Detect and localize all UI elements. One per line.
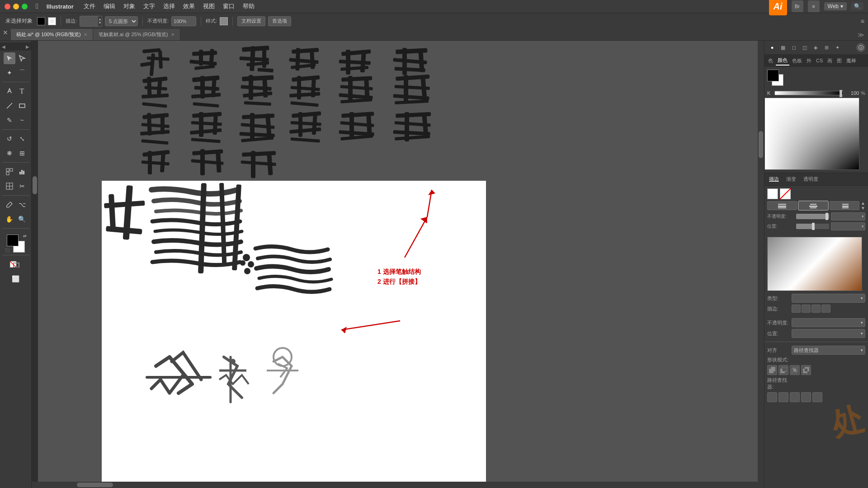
tabs-arrange-icon[interactable]: ≫: [858, 31, 864, 38]
free-transform-button[interactable]: ⊞: [16, 147, 28, 159]
hand-tool-button[interactable]: ✋: [4, 213, 15, 225]
blend-tool-button[interactable]: ⌥: [16, 199, 28, 211]
pen-tool-button[interactable]: [4, 85, 15, 97]
shape-btn-intersect[interactable]: [790, 365, 800, 375]
rp-tab-swatch[interactable]: 色板: [790, 56, 804, 65]
scroll-thumb-right[interactable]: [759, 131, 763, 158]
position-field-dropdown[interactable]: ▾: [792, 329, 865, 338]
minimize-button[interactable]: [13, 4, 19, 9]
stroke-btn-4[interactable]: [821, 305, 830, 313]
selection-tool-button[interactable]: [4, 52, 15, 64]
brush-type-select[interactable]: 5 点圆形: [105, 16, 138, 26]
rect-tool-button[interactable]: [16, 100, 28, 112]
type-tool-button[interactable]: T: [16, 85, 28, 97]
fg-color-swatch[interactable]: [767, 70, 783, 86]
stroke-down-arrow-icon[interactable]: ▼: [861, 206, 865, 211]
scroll-thumb-left[interactable]: [33, 176, 37, 194]
tab-1[interactable]: 笔触素材.ai @ 25% (RGB/预览) ✕: [93, 29, 180, 40]
color-panel-icon[interactable]: ●: [767, 42, 777, 52]
layers-panel-icon[interactable]: ⊞: [821, 42, 831, 52]
stroke-diag-swatch[interactable]: [780, 188, 791, 199]
appearance-panel-icon[interactable]: ◈: [811, 42, 821, 52]
style-swatch[interactable]: [220, 17, 228, 25]
lasso-tool-button[interactable]: ⌒: [16, 67, 28, 79]
k-slider-track[interactable]: [774, 91, 844, 95]
rp-tab-color-mode[interactable]: 色: [766, 56, 775, 65]
default-colors-icon[interactable]: ⬛: [5, 248, 10, 253]
rp-tab-outer[interactable]: 外: [805, 56, 813, 65]
stroke-width-stepper[interactable]: ▲ ▼: [98, 18, 102, 25]
slice-tool-button[interactable]: [4, 180, 15, 192]
opacity-slider-thumb[interactable]: [826, 213, 828, 220]
scale-tool-button[interactable]: ⤡: [16, 133, 28, 145]
swap-colors-icon[interactable]: ⇄: [23, 234, 27, 238]
direct-selection-tool-button[interactable]: [16, 52, 28, 64]
search-area[interactable]: 🔍: [851, 2, 863, 10]
fill-color-box[interactable]: [37, 17, 45, 25]
rotate-tool-button[interactable]: ↺: [4, 133, 15, 145]
smooth-tool-button[interactable]: ~: [16, 114, 28, 126]
menu-text[interactable]: 文字: [143, 2, 155, 10]
toolbar-collapse-icon[interactable]: ◀: [2, 44, 5, 49]
stroke-width-input[interactable]: [80, 16, 98, 26]
info-button[interactable]: ⓘ: [856, 43, 865, 52]
eyedropper-tool-button[interactable]: [4, 199, 15, 211]
rp-tab-layers[interactable]: 图: [835, 56, 844, 65]
menu-view[interactable]: 视图: [203, 2, 215, 10]
doc-setup-button[interactable]: 文档设置: [237, 16, 265, 26]
close-tab-icon[interactable]: ✕: [0, 29, 11, 40]
menu-object[interactable]: 对象: [123, 2, 135, 10]
stroke-up-arrow-icon[interactable]: ▲: [861, 201, 865, 206]
close-button[interactable]: [5, 4, 10, 9]
workspace-dropdown[interactable]: Web ▾: [824, 2, 847, 10]
zoom-tool-button[interactable]: 🔍: [16, 213, 28, 225]
menu-help[interactable]: 帮助: [243, 2, 255, 10]
symbol-tool-button[interactable]: [4, 166, 15, 178]
menu-edit[interactable]: 编辑: [104, 2, 115, 10]
stroke-color-box[interactable]: ◻: [48, 17, 56, 25]
align-dropdown[interactable]: 路径查找器 ▾: [792, 346, 865, 355]
position-dropdown[interactable]: ▾: [831, 222, 866, 230]
rp-tab-cs[interactable]: CS: [814, 57, 825, 64]
magic-wand-tool-button[interactable]: ✦: [4, 67, 15, 79]
pencil-tool-button[interactable]: ✎: [4, 114, 15, 126]
scrollbar-right[interactable]: [758, 41, 764, 488]
line-tool-button[interactable]: [4, 100, 15, 112]
opacity-field-dropdown[interactable]: ▾: [792, 318, 865, 327]
stroke-tab[interactable]: 描边: [767, 175, 781, 183]
tab-0[interactable]: 稿处.ai* @ 100% (RGB/预览) ✕: [11, 29, 93, 40]
color-gradient-picker[interactable]: [764, 98, 859, 170]
transparency-tab[interactable]: 透明度: [802, 175, 820, 183]
prefs-button[interactable]: 首选项: [268, 16, 291, 26]
rp-tab-magic[interactable]: 魔棒: [844, 56, 858, 65]
stroke-width-down-icon[interactable]: ▼: [98, 21, 102, 25]
menu-file[interactable]: 文件: [84, 2, 95, 10]
opacity-input[interactable]: 100%: [171, 16, 196, 26]
pathfinder-btn-5[interactable]: [812, 392, 822, 402]
tab-1-close-icon[interactable]: ✕: [171, 32, 175, 37]
stroke-weight-right-btn[interactable]: [830, 201, 859, 210]
rp-tab-draw[interactable]: 画: [826, 56, 834, 65]
scrollbar-bottom[interactable]: [32, 482, 758, 488]
stroke-panel-icon[interactable]: ◻: [789, 42, 799, 52]
position-slider-thumb[interactable]: [812, 223, 815, 230]
rp-tab-color[interactable]: 颜色: [776, 56, 789, 66]
pathfinder-btn-4[interactable]: [801, 392, 811, 402]
scrollbar-left[interactable]: [32, 41, 38, 488]
magic-wand-panel-icon[interactable]: ✦: [832, 42, 842, 52]
opacity-slider-track[interactable]: [796, 214, 829, 219]
shape-btn-exclude[interactable]: [801, 365, 811, 375]
pathfinder-btn-2[interactable]: [778, 392, 788, 402]
tab-0-close-icon[interactable]: ✕: [84, 32, 87, 37]
gradient-tab[interactable]: 渐变: [784, 175, 798, 183]
stroke-weight-center-btn[interactable]: [798, 201, 828, 210]
menu-effect[interactable]: 效果: [183, 2, 195, 10]
toolbar-expand-icon[interactable]: ▶: [26, 44, 29, 49]
fg-color-square[interactable]: [767, 70, 779, 81]
type-dropdown[interactable]: ▾: [792, 294, 865, 303]
view-button[interactable]: ≡: [808, 0, 820, 12]
shape-btn-unite[interactable]: [767, 365, 777, 375]
bridge-button[interactable]: Br: [792, 0, 803, 12]
scissors-tool-button[interactable]: ✂: [16, 180, 28, 192]
foreground-color-box[interactable]: [7, 235, 19, 246]
